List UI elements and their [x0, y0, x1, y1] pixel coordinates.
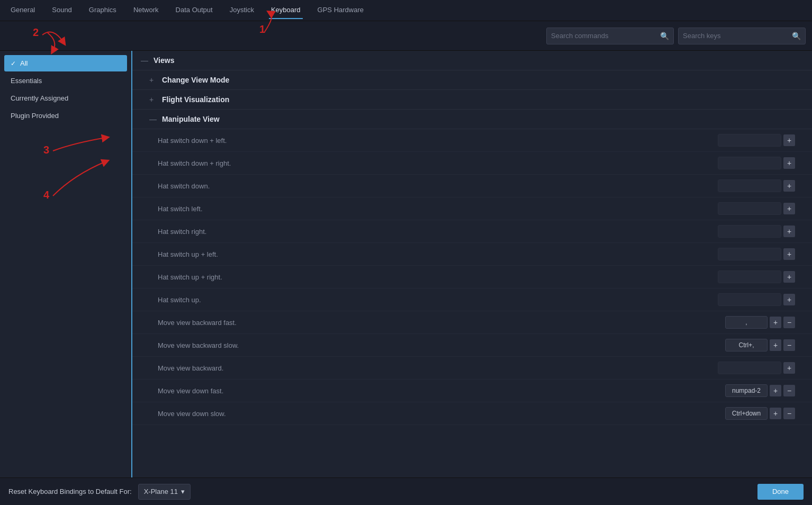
command-label: Move view backward slow. — [158, 341, 725, 349]
section-changeviewmode-header: + Change View Mode — [132, 70, 812, 90]
command-label: Hat switch down. — [158, 182, 718, 190]
sidebar-item-currentlyassigned-label: Currently Assigned — [11, 94, 68, 102]
search-row: 🔍 🔍 — [0, 21, 812, 51]
add-key-button[interactable]: + — [783, 180, 795, 192]
remove-key-button[interactable]: − — [783, 408, 795, 419]
key-binding: + — [718, 293, 795, 306]
sidebar-item-all[interactable]: ✓ All — [4, 55, 127, 71]
add-key-button[interactable]: + — [783, 271, 795, 283]
command-label: Move view backward fast. — [158, 319, 725, 327]
key-badge: Ctrl+, — [725, 339, 768, 351]
main-area: ✓ All Essentials Currently Assigned Plug… — [0, 51, 812, 477]
sidebar-item-essentials-label: Essentials — [11, 77, 42, 85]
section-manipview-toggle[interactable]: — — [149, 115, 157, 123]
version-selector[interactable]: X-Plane 11 ▾ — [138, 484, 191, 500]
footer: Reset Keyboard Bindings to Default For: … — [0, 477, 812, 505]
checkmark-icon: ✓ — [11, 60, 16, 67]
key-binding: Ctrl+down + − — [725, 407, 795, 420]
nav-tab-general[interactable]: General — [8, 2, 37, 19]
sidebar-item-essentials[interactable]: Essentials — [4, 73, 127, 89]
command-row: Move view backward slow. Ctrl+, + − — [132, 334, 812, 357]
key-empty — [718, 362, 781, 374]
command-row: Move view down slow. Ctrl+down + − — [132, 402, 812, 425]
key-binding: + — [718, 362, 795, 374]
add-key-button[interactable]: + — [783, 294, 795, 305]
reset-label: Reset Keyboard Bindings to Default For: — [8, 488, 132, 495]
command-label: Hat switch up + right. — [158, 273, 718, 281]
command-row: Hat switch left. + — [132, 197, 812, 220]
key-empty — [718, 248, 781, 260]
add-key-button[interactable]: + — [770, 408, 781, 419]
section-changeviewmode-title: Change View Mode — [162, 76, 229, 84]
key-binding: + — [718, 270, 795, 283]
nav-tab-gpshardware[interactable]: GPS Hardware — [315, 2, 366, 19]
add-key-button[interactable]: + — [783, 362, 795, 374]
add-key-button[interactable]: + — [783, 134, 795, 146]
key-badge: Ctrl+down — [725, 407, 768, 420]
nav-tab-keyboard[interactable]: Keyboard — [269, 2, 303, 19]
search-keys-input[interactable] — [683, 32, 789, 40]
nav-tab-joystick[interactable]: Joystick — [228, 2, 256, 19]
command-label: Hat switch right. — [158, 228, 718, 236]
key-binding: + — [718, 179, 795, 192]
nav-tab-graphics[interactable]: Graphics — [87, 2, 119, 19]
add-key-button[interactable]: + — [770, 385, 781, 396]
command-row: Move view backward. + — [132, 357, 812, 380]
search-keys-icon: 🔍 — [792, 32, 801, 40]
remove-key-button[interactable]: − — [783, 339, 795, 351]
key-empty — [718, 157, 781, 169]
key-binding: Ctrl+, + − — [725, 339, 795, 351]
section-views-header: — Views — [132, 51, 812, 70]
top-nav: General Sound Graphics Network Data Outp… — [0, 0, 812, 21]
nav-tab-sound[interactable]: Sound — [50, 2, 74, 19]
add-key-button[interactable]: + — [783, 226, 795, 237]
nav-tab-dataoutput[interactable]: Data Output — [174, 2, 215, 19]
key-empty — [718, 179, 781, 192]
content-area[interactable]: — Views + Change View Mode + Flight Visu… — [132, 51, 812, 477]
add-key-button[interactable]: + — [783, 248, 795, 260]
search-commands-input[interactable] — [551, 32, 657, 40]
key-binding: + — [718, 157, 795, 169]
section-views-title: Views — [154, 56, 174, 65]
key-empty — [718, 225, 781, 238]
command-label: Hat switch up + left. — [158, 250, 718, 258]
command-row: Hat switch up + left. + — [132, 243, 812, 266]
add-key-button[interactable]: + — [770, 339, 781, 351]
command-row: Hat switch down. + — [132, 175, 812, 197]
command-row: Hat switch right. + — [132, 220, 812, 243]
key-empty — [718, 202, 781, 215]
chevron-down-icon: ▾ — [181, 488, 185, 495]
key-empty — [718, 134, 781, 147]
remove-key-button[interactable]: − — [783, 385, 795, 396]
section-changeviewmode-toggle[interactable]: + — [149, 76, 157, 84]
key-binding: + — [718, 225, 795, 238]
command-row: Move view down fast. numpad-2 + − — [132, 380, 812, 402]
sidebar-item-all-label: All — [20, 59, 28, 67]
section-views-toggle[interactable]: — — [141, 56, 148, 65]
key-binding: , + − — [725, 316, 795, 329]
command-row: Hat switch up + right. + — [132, 266, 812, 288]
section-flightvis-header: + Flight Visualization — [132, 90, 812, 110]
command-label: Hat switch left. — [158, 205, 718, 213]
search-commands-box[interactable]: 🔍 — [546, 28, 674, 44]
key-badge: numpad-2 — [725, 384, 768, 397]
nav-tab-network[interactable]: Network — [131, 2, 161, 19]
done-button[interactable]: Done — [757, 484, 804, 500]
sidebar-item-currentlyassigned[interactable]: Currently Assigned — [4, 90, 127, 106]
command-row: Hat switch down + right. + — [132, 152, 812, 175]
section-flightvis-toggle[interactable]: + — [149, 95, 157, 104]
command-row: Hat switch down + left. + — [132, 129, 812, 152]
add-key-button[interactable]: + — [783, 157, 795, 169]
search-keys-box[interactable]: 🔍 — [678, 28, 806, 44]
remove-key-button[interactable]: − — [783, 317, 795, 328]
section-manipview-title: Manipulate View — [162, 115, 220, 123]
add-key-button[interactable]: + — [770, 317, 781, 328]
key-empty — [718, 293, 781, 306]
add-key-button[interactable]: + — [783, 203, 795, 214]
command-label: Move view down fast. — [158, 387, 725, 395]
key-empty — [718, 270, 781, 283]
command-row: Move view backward fast. , + − — [132, 311, 812, 334]
sidebar-item-pluginprovided[interactable]: Plugin Provided — [4, 107, 127, 124]
sidebar: ✓ All Essentials Currently Assigned Plug… — [0, 51, 132, 477]
command-row: Hat switch up. + — [132, 288, 812, 311]
